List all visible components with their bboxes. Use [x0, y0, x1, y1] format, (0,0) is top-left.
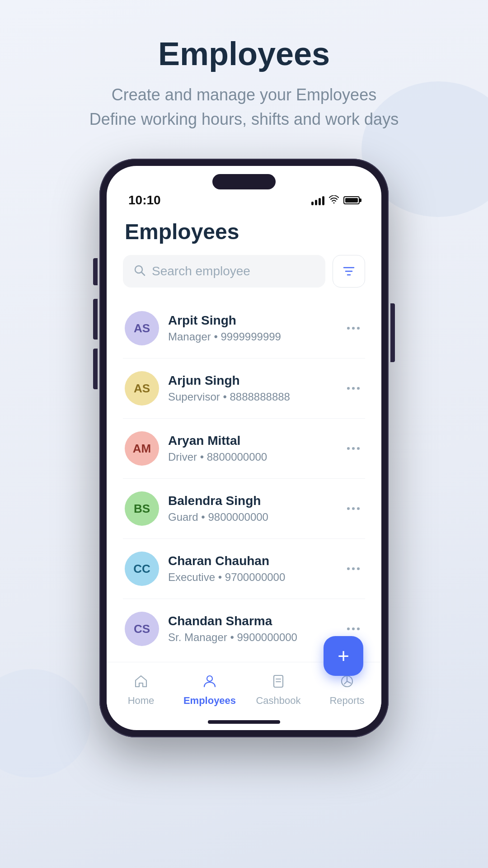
svg-point-3 [207, 676, 212, 681]
more-dots-icon [347, 327, 360, 330]
employee-name: Charan Chauhan [168, 554, 334, 568]
employee-info: Aryan Mittal Driver • 8800000000 [168, 434, 334, 463]
employee-info: Balendra Singh Guard • 9800000000 [168, 494, 334, 524]
more-dots-icon [347, 387, 360, 390]
page-header: Employees Create and manage your Employe… [62, 36, 426, 132]
avatar: BS [125, 491, 159, 526]
nav-item-reports[interactable]: Reports [313, 671, 381, 707]
employee-name: Chandan Sharma [168, 614, 334, 628]
more-dots-icon [347, 507, 360, 510]
nav-item-cashbook[interactable]: Cashbook [244, 671, 313, 707]
page-subtitle: Create and manage your Employees Define … [89, 83, 399, 132]
employee-info: Chandan Sharma Sr. Manager • 9900000000 [168, 614, 334, 644]
app-content: Employees Search employee [107, 215, 381, 662]
nav-icon-employees [200, 671, 220, 691]
employee-name: Arpit Singh [168, 313, 334, 328]
person-icon [202, 674, 217, 689]
more-options-button[interactable] [343, 499, 363, 519]
employee-list: AS Arpit Singh Manager • 9999999999 AS A… [107, 298, 381, 662]
employee-name: Aryan Mittal [168, 434, 334, 448]
nav-icon-cashbook [268, 671, 288, 691]
employee-item[interactable]: AS Arjun Singh Supervisor • 8888888888 [123, 359, 365, 419]
nav-item-employees[interactable]: Employees [175, 671, 244, 707]
search-placeholder: Search employee [152, 264, 250, 278]
avatar: AS [125, 371, 159, 406]
phone-mockup: 10:10 [99, 159, 389, 737]
phone-btn-power [390, 303, 395, 362]
battery-icon [343, 196, 360, 204]
more-options-button[interactable] [343, 318, 363, 338]
avatar: AS [125, 311, 159, 345]
avatar: AM [125, 431, 159, 466]
app-screen-title: Employees [125, 219, 363, 244]
employee-meta: Executive • 9700000000 [168, 571, 334, 584]
nav-label-employees: Employees [183, 695, 236, 707]
employee-meta: Supervisor • 8888888888 [168, 391, 334, 403]
search-row: Search employee [107, 255, 381, 298]
phone-btn-silent [93, 258, 98, 285]
phone-screen: 10:10 [107, 166, 381, 730]
home-bar [208, 720, 280, 724]
reports-icon [340, 674, 354, 689]
app-header: Employees [107, 215, 381, 255]
employee-meta: Sr. Manager • 9900000000 [168, 631, 334, 644]
wifi-icon [329, 194, 339, 206]
status-time: 10:10 [128, 193, 161, 208]
more-dots-icon [347, 447, 360, 450]
svg-line-2 [141, 272, 145, 275]
employee-item[interactable]: AM Aryan Mittal Driver • 8800000000 [123, 419, 365, 479]
status-bar: 10:10 [107, 166, 381, 215]
employee-item[interactable]: CC Charan Chauhan Executive • 9700000000 [123, 539, 365, 599]
signal-bars-icon [311, 195, 324, 205]
search-icon [134, 264, 145, 278]
more-options-button[interactable] [343, 439, 363, 458]
avatar: CS [125, 612, 159, 646]
filter-button[interactable] [333, 255, 365, 288]
employee-name: Arjun Singh [168, 373, 334, 388]
page-title: Employees [89, 36, 399, 72]
add-employee-button[interactable]: + [324, 636, 363, 676]
status-icons [311, 194, 360, 206]
employee-name: Balendra Singh [168, 494, 334, 508]
employee-meta: Guard • 9800000000 [168, 511, 334, 524]
bg-blob-bottom-left [0, 669, 90, 778]
nav-label-cashbook: Cashbook [256, 695, 300, 707]
employee-info: Arpit Singh Manager • 9999999999 [168, 313, 334, 343]
more-dots-icon [347, 627, 360, 630]
employee-item[interactable]: AS Arpit Singh Manager • 9999999999 [123, 298, 365, 359]
employee-item[interactable]: BS Balendra Singh Guard • 9800000000 [123, 479, 365, 539]
phone-btn-vol-up [93, 299, 98, 340]
phone-btn-vol-down [93, 349, 98, 389]
nav-label-home: Home [128, 695, 155, 707]
more-options-button[interactable] [343, 378, 363, 398]
home-icon [134, 674, 148, 689]
employee-meta: Manager • 9999999999 [168, 330, 334, 343]
svg-point-0 [333, 203, 335, 204]
add-icon: + [338, 646, 349, 666]
employee-info: Charan Chauhan Executive • 9700000000 [168, 554, 334, 584]
cashbook-icon [271, 674, 286, 689]
phone-notch [212, 174, 276, 189]
search-input[interactable]: Search employee [123, 255, 325, 288]
employee-meta: Driver • 8800000000 [168, 451, 334, 463]
nav-label-reports: Reports [329, 695, 364, 707]
nav-icon-home [131, 671, 151, 691]
avatar: CC [125, 552, 159, 586]
more-dots-icon [347, 567, 360, 570]
nav-item-home[interactable]: Home [107, 671, 175, 707]
filter-icon [342, 264, 356, 278]
more-options-button[interactable] [343, 559, 363, 579]
employee-info: Arjun Singh Supervisor • 8888888888 [168, 373, 334, 403]
